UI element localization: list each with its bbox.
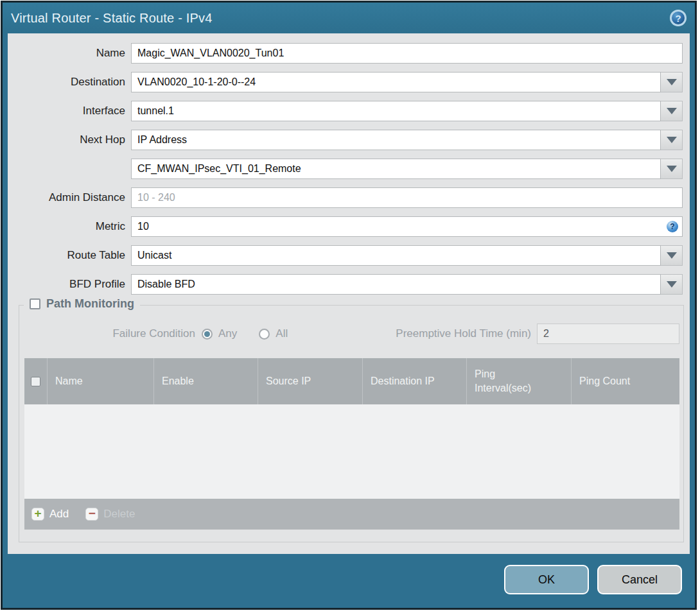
table-toolbar: + Add − Delete <box>24 499 679 530</box>
chevron-down-icon <box>667 166 677 172</box>
table-header-enable: Enable <box>153 358 258 404</box>
interface-dropdown-button[interactable] <box>661 101 683 121</box>
chevron-down-icon <box>667 108 677 114</box>
table-header-ping-count: Ping Count <box>571 358 679 404</box>
delete-button-label: Delete <box>103 508 135 521</box>
table-header-ping-interval: Ping Interval(sec) <box>466 358 571 404</box>
dialog-footer: OK Cancel <box>3 554 695 608</box>
static-route-dialog: Virtual Router - Static Route - IPv4 ? N… <box>1 1 697 610</box>
preemptive-hold-time-label: Preemptive Hold Time (min) <box>396 327 531 340</box>
interface-field-wrap <box>131 101 683 121</box>
table-header-checkbox-cell <box>24 358 47 404</box>
bfd-profile-row: BFD Profile <box>8 274 690 295</box>
dialog-titlebar: Virtual Router - Static Route - IPv4 ? <box>3 3 695 33</box>
admin-distance-label: Admin Distance <box>8 191 131 204</box>
table-header-destination-ip: Destination IP <box>362 358 466 404</box>
next-hop-label: Next Hop <box>8 134 131 146</box>
path-monitoring-section: Path Monitoring Failure Condition Any Al… <box>19 305 684 542</box>
failure-condition-any-radio[interactable] <box>202 329 213 340</box>
name-input[interactable] <box>131 43 683 64</box>
cancel-button[interactable]: Cancel <box>597 565 682 594</box>
table-body-empty <box>24 404 679 499</box>
admin-distance-field-wrap <box>131 187 683 208</box>
bfd-profile-field-wrap <box>131 274 683 295</box>
destination-row: Destination <box>8 72 690 92</box>
add-plus-icon: + <box>31 508 44 521</box>
admin-distance-row: Admin Distance <box>8 187 690 208</box>
route-table-input[interactable] <box>131 245 661 266</box>
path-monitoring-checkbox[interactable] <box>30 298 40 309</box>
metric-field-wrap: ? <box>131 216 683 237</box>
destination-field-wrap <box>131 72 683 92</box>
delete-minus-icon: − <box>85 508 98 521</box>
failure-condition-any-label: Any <box>218 327 237 340</box>
destination-label: Destination <box>8 76 131 89</box>
bfd-profile-input[interactable] <box>131 274 661 295</box>
add-button[interactable]: + Add <box>31 508 69 521</box>
metric-input[interactable] <box>131 216 683 237</box>
next-hop-row: Next Hop <box>8 130 690 150</box>
bfd-profile-label: BFD Profile <box>8 278 131 291</box>
failure-condition-all-label: All <box>276 327 288 340</box>
ok-button[interactable]: OK <box>504 565 589 594</box>
add-button-label: Add <box>49 508 69 521</box>
destination-dropdown-button[interactable] <box>661 72 683 92</box>
route-table-row: Route Table <box>8 245 690 266</box>
table-header-name: Name <box>47 358 153 404</box>
chevron-down-icon <box>667 281 677 288</box>
next-hop-address-row <box>8 159 690 179</box>
dialog-body: Name Destination Interface <box>8 33 690 554</box>
interface-row: Interface <box>8 101 690 121</box>
failure-condition-label: Failure Condition <box>24 327 195 340</box>
table-header-row: Name Enable Source IP Destination IP Pin… <box>24 358 679 404</box>
dialog-title: Virtual Router - Static Route - IPv4 <box>11 11 213 26</box>
metric-info-icon[interactable]: ? <box>667 221 678 232</box>
delete-button[interactable]: − Delete <box>85 508 135 521</box>
name-field-wrap <box>131 43 683 64</box>
metric-label: Metric <box>8 220 131 233</box>
path-monitoring-legend: Path Monitoring <box>24 297 140 311</box>
metric-row: Metric ? <box>8 216 690 237</box>
next-hop-field-wrap <box>131 130 683 150</box>
select-all-checkbox[interactable] <box>31 377 40 386</box>
name-row: Name <box>8 43 690 64</box>
interface-label: Interface <box>8 105 131 117</box>
chevron-down-icon <box>667 137 677 143</box>
preemptive-hold-time-group: Preemptive Hold Time (min) <box>396 324 679 344</box>
name-label: Name <box>8 47 131 60</box>
failure-condition-all-radio[interactable] <box>259 329 270 340</box>
next-hop-address-field-wrap <box>131 159 683 179</box>
path-monitoring-options-row: Failure Condition Any All Preemptive Hol… <box>24 324 679 344</box>
next-hop-address-input[interactable] <box>131 159 661 179</box>
chevron-down-icon <box>667 252 677 259</box>
next-hop-type-input[interactable] <box>131 130 661 150</box>
help-icon[interactable]: ? <box>670 10 687 26</box>
preemptive-hold-time-input[interactable] <box>537 324 679 344</box>
table-header-source-ip: Source IP <box>258 358 362 404</box>
path-monitoring-title: Path Monitoring <box>46 297 134 311</box>
chevron-down-icon <box>667 79 677 85</box>
destination-input[interactable] <box>131 72 661 92</box>
route-table-dropdown-button[interactable] <box>661 245 683 266</box>
interface-input[interactable] <box>131 101 661 121</box>
admin-distance-input[interactable] <box>131 187 683 208</box>
next-hop-dropdown-button[interactable] <box>661 130 683 150</box>
route-table-label: Route Table <box>8 249 131 262</box>
bfd-profile-dropdown-button[interactable] <box>661 274 683 295</box>
route-table-field-wrap <box>131 245 683 266</box>
path-monitoring-table: Name Enable Source IP Destination IP Pin… <box>24 358 679 530</box>
next-hop-address-dropdown-button[interactable] <box>661 159 683 179</box>
